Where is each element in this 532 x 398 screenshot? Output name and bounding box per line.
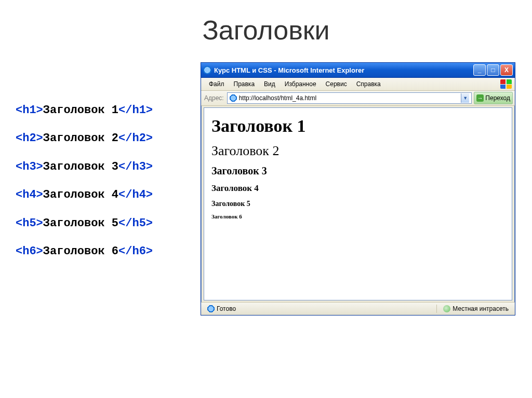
tag-close: </h1> (118, 104, 153, 117)
status-ready: Готово (204, 304, 239, 313)
code-line-5: <h5>Заголовок 5</h5> (16, 217, 153, 230)
go-button[interactable]: → Переход (474, 92, 513, 104)
code-line-1: <h1>Заголовок 1</h1> (16, 104, 153, 117)
browser-window: Курс HTML и CSS - Microsoft Internet Exp… (201, 62, 515, 315)
maximize-button[interactable]: □ (487, 64, 499, 76)
close-button[interactable]: X (500, 64, 513, 76)
address-input[interactable]: http://localhost/html_4a.html ▼ (227, 92, 472, 104)
code-text: Заголовок 4 (43, 188, 118, 201)
status-zone-label: Местная интрасеть (453, 305, 509, 312)
window-title: Курс HTML и CSS - Microsoft Internet Exp… (214, 66, 473, 74)
titlebar[interactable]: Курс HTML и CSS - Microsoft Internet Exp… (201, 63, 515, 78)
code-line-6: <h6>Заголовок 6</h6> (16, 245, 153, 258)
go-label: Переход (485, 94, 510, 102)
page-icon (230, 94, 237, 102)
tag-open: <h3> (16, 160, 43, 173)
address-bar: Адрес: http://localhost/html_4a.html ▼ →… (201, 91, 515, 106)
menu-file[interactable]: Файл (204, 79, 229, 89)
address-label: Адрес: (203, 94, 225, 102)
heading-2: Заголовок 2 (211, 143, 504, 159)
tag-open: <h6> (16, 245, 43, 258)
heading-1: Заголовок 1 (211, 116, 504, 136)
minimize-button[interactable]: _ (473, 64, 486, 76)
code-line-3: <h3>Заголовок 3</h3> (16, 160, 153, 174)
slide-title: Заголовки (0, 15, 532, 46)
go-arrow-icon: → (476, 94, 484, 102)
intranet-zone-icon (443, 305, 450, 312)
code-text: Заголовок 1 (43, 104, 118, 117)
menu-help[interactable]: Справка (352, 79, 385, 89)
address-url: http://localhost/html_4a.html (239, 94, 459, 102)
menu-edit[interactable]: Правка (229, 79, 260, 89)
address-dropdown-icon[interactable]: ▼ (461, 93, 469, 103)
code-line-2: <h2>Заголовок 2</h2> (16, 132, 153, 145)
code-text: Заголовок 6 (43, 245, 118, 258)
menu-favorites[interactable]: Избранное (280, 79, 321, 89)
menu-tools[interactable]: Сервис (321, 79, 352, 89)
ie-icon (203, 66, 211, 74)
tag-open: <h5> (16, 217, 43, 230)
heading-4: Заголовок 4 (211, 183, 504, 194)
heading-6: Заголовок 6 (211, 213, 504, 219)
tag-open: <h2> (16, 132, 43, 145)
heading-3: Заголовок 3 (211, 165, 504, 177)
heading-5: Заголовок 5 (211, 200, 504, 208)
code-line-4: <h4>Заголовок 4</h4> (16, 188, 153, 202)
menubar: Файл Правка Вид Избранное Сервис Справка (201, 78, 515, 91)
ie-icon (207, 305, 215, 312)
tag-open: <h4> (16, 188, 43, 201)
tag-close: </h2> (118, 132, 153, 145)
status-bar: Готово Местная интрасеть (201, 302, 515, 315)
code-text: Заголовок 3 (43, 160, 118, 173)
code-text: Заголовок 5 (43, 217, 118, 230)
code-text: Заголовок 2 (43, 132, 118, 145)
tag-close: </h6> (118, 245, 153, 258)
status-zone: Местная интрасеть (440, 304, 512, 313)
menu-view[interactable]: Вид (259, 79, 280, 89)
code-block: <h1>Заголовок 1</h1> <h2>Заголовок 2</h2… (16, 104, 153, 273)
page-content: Заголовок 1 Заголовок 2 Заголовок 3 Заго… (204, 107, 512, 300)
windows-flag-icon[interactable] (500, 79, 512, 89)
tag-open: <h1> (16, 104, 43, 117)
tag-close: </h3> (118, 160, 153, 173)
tag-close: </h4> (118, 188, 153, 201)
tag-close: </h5> (118, 217, 153, 230)
status-ready-label: Готово (217, 305, 236, 312)
